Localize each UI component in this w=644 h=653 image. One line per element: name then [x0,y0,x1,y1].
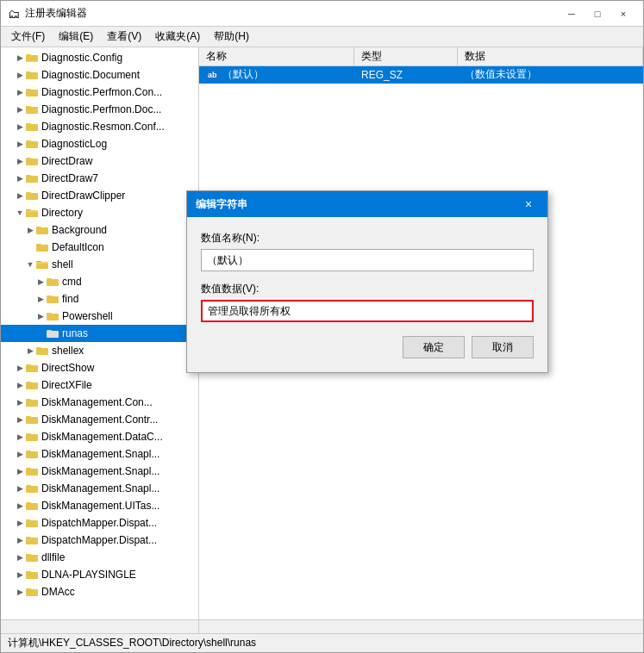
dialog-cancel-button[interactable]: 取消 [472,336,534,358]
tree-item-directory[interactable]: ▼ Directory [1,204,198,221]
folder-icon-open [25,207,39,219]
tree-toggle[interactable]: ▶ [15,156,25,166]
dialog-title: 编辑字符串 [196,197,247,212]
folder-icon [25,69,39,81]
tree-item-label: shellex [52,345,84,357]
tree-toggle[interactable]: ▶ [15,483,25,494]
tree-toggle[interactable]: ▶ [35,311,46,321]
tree-item-label: DirectXFile [41,379,92,391]
tree-toggle[interactable]: ▶ [35,294,46,304]
tree-item-directxfile[interactable]: ▶ DirectXFile [1,376,198,394]
tree-toggle[interactable]: ▶ [15,587,25,597]
svg-rect-62 [26,572,38,579]
table-row[interactable]: ab （默认） REG_SZ （数值未设置） [199,66,643,84]
tree-toggle[interactable]: ▶ [15,190,25,201]
tree-item-runas[interactable]: ▶ runas [1,325,198,342]
tree-item-background[interactable]: ▶ Background [1,221,198,239]
tree-item-diskmanagement-datac[interactable]: ▶ DiskManagement.DataC... [1,428,198,445]
tree-toggle[interactable]: ▼ [15,208,25,218]
tree-item-powershell[interactable]: ▶ Powershell [1,308,198,325]
menu-help[interactable]: 帮助(H) [207,27,256,47]
svg-rect-40 [26,382,38,389]
tree-toggle[interactable]: ▶ [15,501,25,511]
right-scroll[interactable] [199,620,643,633]
tree-toggle[interactable]: ▶ [15,397,25,407]
tree-item-directshow[interactable]: ▶ DirectShow [1,359,198,376]
tree-toggle[interactable]: ▶ [15,121,25,132]
tree-toggle[interactable]: ▶ [35,277,46,287]
tree-item-dispatchmapper1[interactable]: ▶ DispatchMapper.Dispat... [1,514,198,532]
close-button[interactable]: × [610,5,636,22]
tree-toggle[interactable]: ▶ [15,104,25,115]
folder-icon [25,52,39,64]
tree-item-diskmanagement-contr[interactable]: ▶ DiskManagement.Contr... [1,411,198,428]
tree-item-diag-perfmon2[interactable]: ▶ Diagnostic.Perfmon.Doc... [1,101,198,118]
tree-item-diskmanagement-snap1[interactable]: ▶ DiskManagement.Snapl... [1,445,198,463]
tree-item-cmd[interactable]: ▶ cmd [1,273,198,290]
tree-item-directdraw7[interactable]: ▶ DirectDraw7 [1,170,198,187]
tree-item-dlna[interactable]: ▶ DLNA-PLAYSINGLE [1,566,198,583]
menu-edit[interactable]: 编辑(E) [52,27,100,47]
tree-toggle[interactable]: ▶ [15,53,25,63]
tree-toggle[interactable]: ▶ [15,449,25,459]
tree-toggle[interactable]: ▼ [25,259,35,270]
tree-toggle[interactable]: ▶ [15,432,25,442]
svg-rect-36 [36,348,48,355]
menu-view[interactable]: 查看(V) [100,27,148,47]
dialog-close-button[interactable]: × [518,194,539,215]
svg-rect-60 [26,555,38,562]
svg-rect-14 [26,159,38,165]
menu-file[interactable]: 文件(F) [4,27,52,47]
tree-item-label: DiskManagement.Con... [41,396,153,408]
tree-toggle[interactable]: ▶ [15,139,25,149]
tree-item-directdrawclipper[interactable]: ▶ DirectDrawClipper [1,187,198,204]
cell-data: （数值未设置） [458,67,643,82]
tree-item-directdraw[interactable]: ▶ DirectDraw [1,152,198,170]
tree-toggle[interactable]: ▶ [15,552,25,563]
tree-toggle[interactable]: ▶ [15,518,25,528]
tree-item-dmacc[interactable]: ▶ DMAcc [1,583,198,600]
tree-toggle[interactable]: ▶ [15,414,25,425]
tree-item-shellex[interactable]: ▶ shellex [1,342,198,359]
tree-toggle[interactable]: ▶ [15,380,25,390]
tree-item-diag-config[interactable]: ▶ Diagnostic.Config [1,49,198,66]
dialog-data-label: 数值数据(V): [201,282,534,296]
tree-pane[interactable]: ▶ Diagnostic.Config ▶ Diagnostic.Documen… [1,47,199,619]
dialog-data-input[interactable] [201,300,534,322]
tree-item-diag-doc[interactable]: ▶ Diagnostic.Document [1,66,198,84]
tree-toggle[interactable]: ▶ [15,173,25,183]
tree-toggle[interactable]: ▶ [15,70,25,80]
tree-item-diag-resmon[interactable]: ▶ Diagnostic.Resmon.Conf... [1,118,198,135]
tree-item-shell[interactable]: ▼ shell [1,256,198,273]
tree-item-find[interactable]: ▶ find [1,290,198,308]
cell-name-text: （默认） [222,67,264,82]
tree-toggle[interactable]: ▶ [15,569,25,580]
tree-item-diskmanagement-snap4[interactable]: ▶ DiskManagement.UITas... [1,497,198,514]
tree-toggle[interactable]: ▶ [15,87,25,97]
tree-item-diaglog[interactable]: ▶ DiagnosticLog [1,135,198,152]
minimize-button[interactable]: ─ [559,5,585,22]
tree-toggle[interactable]: ▶ [15,466,25,476]
svg-rect-38 [26,365,38,372]
folder-icon [35,345,49,357]
maximize-button[interactable]: □ [585,5,610,22]
tree-item-dllfile[interactable]: ▶ dllfile [1,549,198,566]
left-scroll[interactable] [1,620,199,633]
menu-favorites[interactable]: 收藏夹(A) [148,27,207,47]
tree-item-diskmanagement-snap2[interactable]: ▶ DiskManagement.Snapl... [1,463,198,480]
tree-toggle[interactable]: ▶ [25,225,35,235]
svg-rect-6 [26,90,38,96]
tree-item-diag-perfmon[interactable]: ▶ Diagnostic.Perfmon.Con... [1,84,198,101]
table-header: 名称 类型 数据 [199,47,643,66]
tree-item-diskmanagement-snap3[interactable]: ▶ DiskManagement.Snapl... [1,480,198,497]
tree-item-diskmanagement-con[interactable]: ▶ DiskManagement.Con... [1,394,198,411]
folder-icon [25,586,39,598]
dialog-ok-button[interactable]: 确定 [403,336,465,358]
status-path: 计算机\HKEY_CLASSES_ROOT\Directory\shell\ru… [8,636,256,650]
tree-item-defaulticon[interactable]: ▶ DefaultIcon [1,239,198,256]
dialog-name-input[interactable] [201,249,534,271]
tree-toggle[interactable]: ▶ [25,345,35,356]
tree-item-dispatchmapper2[interactable]: ▶ DispatchMapper.Dispat... [1,532,198,549]
tree-toggle[interactable]: ▶ [15,363,25,373]
tree-toggle[interactable]: ▶ [15,535,25,545]
